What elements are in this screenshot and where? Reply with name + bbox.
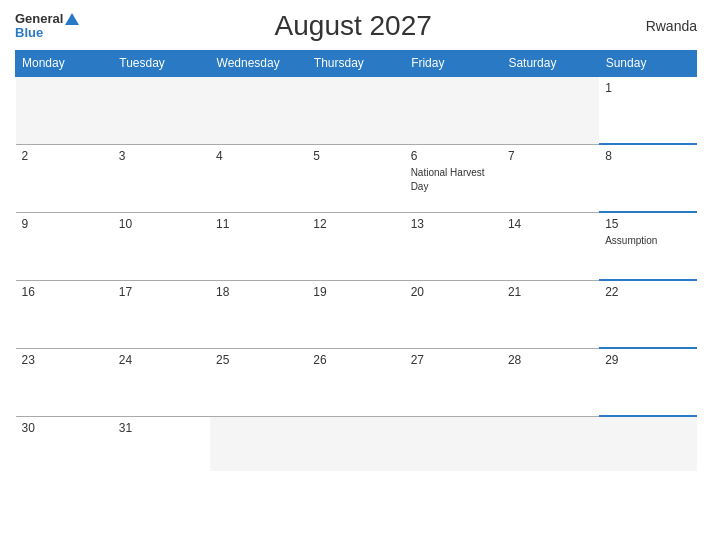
day-number: 5: [313, 149, 398, 163]
calendar-cell: 4: [210, 144, 307, 212]
calendar-cell: 6National Harvest Day: [405, 144, 502, 212]
calendar-cell: 12: [307, 212, 404, 280]
day-number: 16: [22, 285, 107, 299]
day-number: 27: [411, 353, 496, 367]
calendar-table: Monday Tuesday Wednesday Thursday Friday…: [15, 50, 697, 471]
header-thursday: Thursday: [307, 51, 404, 77]
day-number: 9: [22, 217, 107, 231]
calendar-cell: 11: [210, 212, 307, 280]
day-number: 30: [22, 421, 107, 435]
day-number: 2: [22, 149, 107, 163]
calendar-cell: 8: [599, 144, 696, 212]
calendar-header: General Blue August 2027 Rwanda: [15, 10, 697, 42]
day-number: 6: [411, 149, 496, 163]
day-number: 10: [119, 217, 204, 231]
logo-blue-text: Blue: [15, 26, 43, 40]
header-saturday: Saturday: [502, 51, 599, 77]
calendar-cell: [210, 76, 307, 144]
calendar-cell: 2: [16, 144, 113, 212]
calendar-week-row: 23456National Harvest Day78: [16, 144, 697, 212]
calendar-cell: 14: [502, 212, 599, 280]
day-number: 13: [411, 217, 496, 231]
calendar-title: August 2027: [79, 10, 627, 42]
header-friday: Friday: [405, 51, 502, 77]
day-number: 21: [508, 285, 593, 299]
day-number: 28: [508, 353, 593, 367]
calendar-cell: 21: [502, 280, 599, 348]
day-number: 4: [216, 149, 301, 163]
day-number: 11: [216, 217, 301, 231]
day-number: 19: [313, 285, 398, 299]
calendar-cell: 22: [599, 280, 696, 348]
calendar-cell: 26: [307, 348, 404, 416]
day-number: 7: [508, 149, 593, 163]
calendar-cell: [307, 76, 404, 144]
day-number: 15: [605, 217, 690, 231]
calendar-cell: [502, 416, 599, 471]
calendar-cell: [113, 76, 210, 144]
calendar-cell: 10: [113, 212, 210, 280]
calendar-cell: 24: [113, 348, 210, 416]
calendar-cell: 9: [16, 212, 113, 280]
calendar-cell: 3: [113, 144, 210, 212]
calendar-cell: 27: [405, 348, 502, 416]
day-number: 12: [313, 217, 398, 231]
day-number: 26: [313, 353, 398, 367]
day-number: 8: [605, 149, 690, 163]
weekday-header-row: Monday Tuesday Wednesday Thursday Friday…: [16, 51, 697, 77]
calendar-container: General Blue August 2027 Rwanda Monday T…: [0, 0, 712, 550]
calendar-cell: 23: [16, 348, 113, 416]
logo-general-text: General: [15, 12, 63, 26]
day-number: 25: [216, 353, 301, 367]
day-number: 23: [22, 353, 107, 367]
header-tuesday: Tuesday: [113, 51, 210, 77]
day-number: 1: [605, 81, 690, 95]
calendar-cell: 18: [210, 280, 307, 348]
country-label: Rwanda: [627, 18, 697, 34]
header-wednesday: Wednesday: [210, 51, 307, 77]
calendar-cell: 28: [502, 348, 599, 416]
day-number: 17: [119, 285, 204, 299]
day-number: 20: [411, 285, 496, 299]
calendar-cell: [16, 76, 113, 144]
day-number: 22: [605, 285, 690, 299]
calendar-cell: 30: [16, 416, 113, 471]
calendar-cell: [210, 416, 307, 471]
day-number: 29: [605, 353, 690, 367]
header-sunday: Sunday: [599, 51, 696, 77]
calendar-week-row: 3031: [16, 416, 697, 471]
calendar-cell: [307, 416, 404, 471]
day-number: 14: [508, 217, 593, 231]
calendar-cell: 15Assumption: [599, 212, 696, 280]
calendar-cell: [599, 416, 696, 471]
calendar-cell: 20: [405, 280, 502, 348]
calendar-week-row: 23242526272829: [16, 348, 697, 416]
event-label: National Harvest Day: [411, 167, 485, 192]
calendar-cell: [405, 76, 502, 144]
calendar-cell: 13: [405, 212, 502, 280]
calendar-cell: 17: [113, 280, 210, 348]
calendar-week-row: 16171819202122: [16, 280, 697, 348]
calendar-cell: 19: [307, 280, 404, 348]
calendar-cell: [502, 76, 599, 144]
logo: General Blue: [15, 12, 79, 41]
calendar-cell: 7: [502, 144, 599, 212]
logo-triangle-icon: [65, 13, 79, 25]
calendar-cell: 25: [210, 348, 307, 416]
calendar-week-row: 9101112131415Assumption: [16, 212, 697, 280]
calendar-cell: 29: [599, 348, 696, 416]
header-monday: Monday: [16, 51, 113, 77]
calendar-cell: 5: [307, 144, 404, 212]
calendar-cell: 1: [599, 76, 696, 144]
day-number: 31: [119, 421, 204, 435]
day-number: 24: [119, 353, 204, 367]
calendar-cell: 16: [16, 280, 113, 348]
day-number: 3: [119, 149, 204, 163]
day-number: 18: [216, 285, 301, 299]
calendar-cell: 31: [113, 416, 210, 471]
calendar-week-row: 1: [16, 76, 697, 144]
calendar-cell: [405, 416, 502, 471]
event-label: Assumption: [605, 235, 657, 246]
